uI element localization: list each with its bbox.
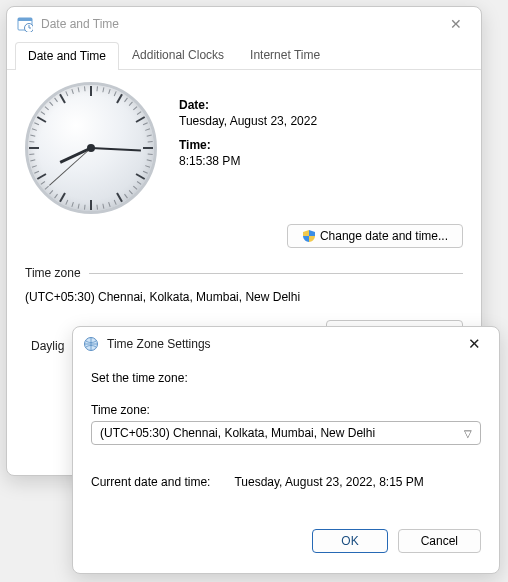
minute-hand [91, 147, 141, 152]
clock-tick [54, 98, 58, 103]
clock-tick [71, 202, 73, 207]
second-hand [49, 148, 91, 186]
tab-date-time[interactable]: Date and Time [15, 42, 119, 70]
sub-body: Set the time zone: Time zone: (UTC+05:30… [73, 361, 499, 565]
date-time-icon [17, 16, 33, 32]
tab-additional-clocks[interactable]: Additional Clocks [119, 41, 237, 69]
daylight-section-header-partial: Daylig [31, 339, 64, 353]
time-label: Time: [179, 138, 317, 152]
clock-tick [133, 106, 137, 110]
analog-clock [25, 82, 157, 214]
clock-tick [145, 165, 150, 167]
close-icon[interactable]: ✕ [459, 335, 489, 353]
clock-tick [147, 135, 152, 137]
timezone-header-label: Time zone [25, 266, 81, 280]
clock-tick [37, 116, 47, 123]
clock-tick [41, 111, 46, 115]
ok-button[interactable]: OK [312, 529, 387, 553]
clock-tick [34, 171, 39, 174]
timezone-selected-value: (UTC+05:30) Chennai, Kolkata, Mumbai, Ne… [100, 426, 375, 440]
clock-tick [78, 87, 80, 92]
clock-tick [102, 87, 104, 92]
clock-tick [108, 89, 110, 94]
clock-tick [37, 173, 47, 180]
clock-tick [116, 94, 123, 104]
clock-tick [45, 106, 49, 110]
date-value: Tuesday, August 23, 2022 [179, 114, 317, 128]
change-date-time-button[interactable]: Change date and time... [287, 224, 463, 248]
divider [89, 273, 463, 274]
clock-tick [29, 147, 39, 149]
cancel-label: Cancel [421, 534, 458, 548]
sub-titlebar: Time Zone Settings ✕ [73, 327, 499, 361]
clock-tick [114, 91, 117, 96]
clock-tick [84, 205, 86, 210]
main-titlebar: Date and Time ✕ [7, 7, 481, 41]
time-value: 8:15:38 PM [179, 154, 317, 168]
clock-tick [32, 165, 37, 167]
clock-tick [34, 122, 39, 125]
clock-tick [59, 94, 66, 104]
clock-tick [96, 86, 98, 91]
clock-tick [90, 200, 92, 210]
clock-tick [129, 102, 133, 106]
current-datetime-value: Tuesday, August 23, 2022, 8:15 PM [234, 475, 423, 489]
clock-tick [136, 116, 146, 123]
clock-tick [30, 135, 35, 137]
clock-tick [29, 141, 34, 143]
main-title: Date and Time [41, 17, 441, 31]
timezone-settings-window: Time Zone Settings ✕ Set the time zone: … [72, 326, 500, 574]
clock-tick [65, 91, 68, 96]
clock-tick [136, 173, 146, 180]
clock-tick [84, 86, 86, 91]
clock-tick [148, 141, 153, 143]
current-datetime-label: Current date and time: [91, 475, 210, 489]
clock-tick [32, 128, 37, 130]
globe-icon [83, 336, 99, 352]
clock-tick [129, 190, 133, 194]
clock-tick [143, 171, 148, 174]
clock-tick [108, 202, 110, 207]
clock-tick [78, 204, 80, 209]
clock-tick [124, 98, 128, 103]
clock-tick [90, 86, 92, 96]
uac-shield-icon [302, 229, 316, 243]
clock-tick [143, 122, 148, 125]
clock-tick [145, 128, 150, 130]
clock-tick [116, 193, 123, 203]
clock-tick [137, 111, 142, 115]
current-timezone: (UTC+05:30) Chennai, Kolkata, Mumbai, Ne… [25, 290, 463, 304]
tab-strip: Date and Time Additional Clocks Internet… [7, 41, 481, 70]
clock-tick [65, 200, 68, 205]
clock-pivot [87, 144, 95, 152]
clock-tick [133, 186, 137, 190]
clock-tick [114, 200, 117, 205]
clock-tick [147, 159, 152, 161]
timezone-field-label: Time zone: [91, 403, 481, 417]
clock-tick [45, 186, 49, 190]
clock-tick [143, 147, 153, 149]
timezone-dropdown[interactable]: (UTC+05:30) Chennai, Kolkata, Mumbai, Ne… [91, 421, 481, 445]
date-label: Date: [179, 98, 317, 112]
clock-tick [102, 204, 104, 209]
clock-tick [71, 89, 73, 94]
instruction-text: Set the time zone: [91, 371, 481, 385]
date-time-info: Date: Tuesday, August 23, 2022 Time: 8:1… [179, 82, 317, 214]
tab-internet-time[interactable]: Internet Time [237, 41, 333, 69]
ok-label: OK [341, 534, 358, 548]
clock-tick [54, 194, 58, 199]
clock-tick [30, 159, 35, 161]
main-body: Date: Tuesday, August 23, 2022 Time: 8:1… [7, 70, 481, 356]
clock-tick [29, 153, 34, 155]
clock-tick [148, 153, 153, 155]
sub-title: Time Zone Settings [107, 337, 459, 351]
change-date-time-label: Change date and time... [320, 229, 448, 243]
clock-tick [137, 181, 142, 185]
clock-tick [49, 102, 53, 106]
chevron-down-icon: ▽ [464, 428, 472, 439]
close-icon[interactable]: ✕ [441, 16, 471, 32]
clock-tick [124, 194, 128, 199]
clock-tick [59, 193, 66, 203]
cancel-button[interactable]: Cancel [398, 529, 481, 553]
svg-rect-1 [18, 18, 32, 21]
